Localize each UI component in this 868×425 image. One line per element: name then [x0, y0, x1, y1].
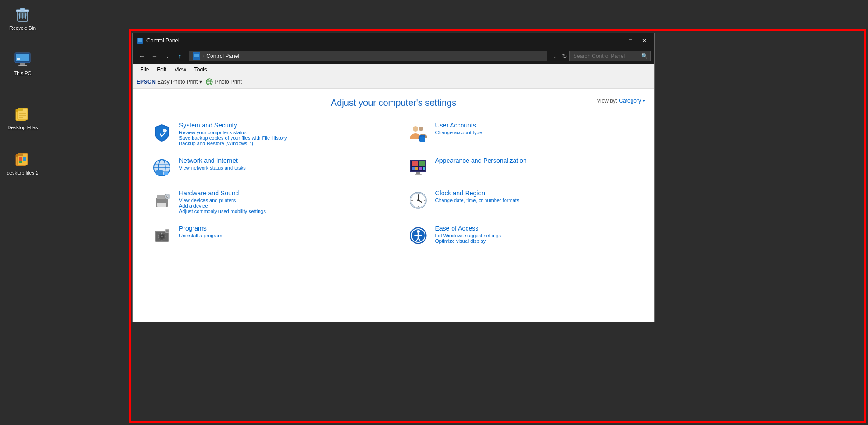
recycle-bin-label: Recycle Bin [9, 25, 36, 31]
svg-rect-2 [20, 8, 25, 10]
hardware-sound-content: Hardware and Sound View devices and prin… [179, 189, 380, 214]
this-pc-icon [14, 51, 32, 69]
menu-view[interactable]: View [171, 66, 190, 74]
system-security-title[interactable]: System and Security [179, 122, 380, 129]
system-security-content: System and Security Review your computer… [179, 122, 380, 146]
svg-point-81 [161, 233, 163, 235]
easy-photo-print-label: Easy Photo Print [157, 79, 198, 85]
ease-of-access-link-0[interactable]: Let Windows suggest settings [435, 233, 637, 238]
network-internet-title[interactable]: Network and Internet [179, 157, 380, 164]
desktop-icon-desktop-files-2[interactable]: desktop files 2 [5, 148, 41, 177]
category-user-accounts: User Accounts Change account type [407, 122, 637, 146]
close-button[interactable]: ✕ [638, 36, 651, 45]
network-internet-content: Network and Internet View network status… [179, 157, 380, 170]
search-input[interactable] [573, 53, 641, 59]
svg-rect-28 [138, 38, 142, 42]
ease-of-access-icon [407, 225, 429, 246]
svg-rect-26 [23, 161, 26, 163]
address-text: Control Panel [206, 53, 239, 59]
recent-pages-button[interactable]: ⌄ [162, 51, 173, 61]
user-accounts-title[interactable]: User Accounts [435, 122, 637, 129]
page-title: Adjust your computer's settings [151, 98, 636, 108]
globe-icon [206, 78, 213, 85]
system-security-link-0[interactable]: Review your computer's status [179, 130, 380, 135]
svg-rect-55 [419, 167, 422, 170]
svg-rect-48 [164, 172, 168, 175]
ease-of-access-link-1[interactable]: Optimize visual display [435, 238, 637, 244]
ease-of-access-content: Ease of Access Let Windows suggest setti… [435, 225, 637, 244]
navigation-bar: ← → ⌄ ↑ › Control Panel ⌄ ↻ 🔍 [133, 48, 654, 64]
address-bar[interactable]: › Control Panel [189, 51, 547, 61]
hardware-sound-icon [151, 189, 173, 211]
maximize-button[interactable]: □ [624, 36, 637, 45]
svg-rect-23 [19, 157, 22, 161]
svg-rect-15 [18, 108, 23, 111]
svg-rect-54 [415, 167, 418, 170]
user-accounts-content: User Accounts Change account type [435, 122, 637, 135]
this-pc-label: This PC [14, 71, 31, 76]
svg-rect-52 [419, 161, 425, 166]
svg-rect-58 [415, 174, 422, 175]
programs-link-0[interactable]: Uninstall a program [179, 233, 380, 238]
address-chevron: › [203, 54, 204, 59]
hardware-sound-title[interactable]: Hardware and Sound [179, 189, 380, 197]
desktop-icon-recycle-bin[interactable]: Recycle Bin [5, 4, 41, 33]
clock-region-title[interactable]: Clock and Region [435, 189, 637, 197]
clock-region-content: Clock and Region Change date, time, or n… [435, 189, 637, 203]
svg-rect-62 [158, 204, 165, 204]
hardware-sound-link-1[interactable]: Add a device [179, 203, 380, 208]
category-programs: Programs Uninstall a program [151, 225, 380, 246]
minimize-button[interactable]: ─ [611, 36, 623, 45]
epson-label: EPSON [137, 79, 156, 85]
menu-tools[interactable]: Tools [191, 66, 211, 74]
desktop-files-2-label: desktop files 2 [7, 170, 38, 175]
control-panel-window: Control Panel ─ □ ✕ ← → ⌄ ↑ › Control Pa… [132, 33, 655, 322]
forward-button[interactable]: → [149, 51, 160, 61]
window-icon [137, 37, 144, 44]
search-icon: 🔍 [641, 53, 648, 59]
easy-photo-print-button[interactable]: Easy Photo Print ▾ [157, 79, 202, 85]
programs-title[interactable]: Programs [179, 225, 380, 232]
appearance-title[interactable]: Appearance and Personalization [435, 157, 637, 164]
category-system-security: System and Security Review your computer… [151, 122, 380, 146]
appearance-content: Appearance and Personalization [435, 157, 637, 165]
search-box[interactable]: 🔍 [569, 51, 651, 61]
menu-edit[interactable]: Edit [153, 66, 170, 74]
system-security-icon [151, 122, 173, 143]
programs-icon [151, 225, 173, 246]
svg-rect-25 [19, 161, 22, 163]
refresh-button[interactable]: ↻ [562, 52, 567, 60]
title-bar: Control Panel ─ □ ✕ [133, 33, 654, 48]
clock-region-icon [407, 189, 429, 211]
view-by-value[interactable]: Category [619, 98, 641, 104]
system-security-link-1[interactable]: Save backup copies of your files with Fi… [179, 135, 380, 141]
hardware-sound-link-2[interactable]: Adjust commonly used mobility settings [179, 208, 380, 214]
hardware-sound-link-0[interactable]: View devices and printers [179, 198, 380, 203]
desktop-icon-this-pc[interactable]: This PC [5, 49, 41, 78]
ease-of-access-title[interactable]: Ease of Access [435, 225, 637, 232]
back-button[interactable]: ← [137, 51, 147, 61]
system-security-link-2[interactable]: Backup and Restore (Windows 7) [179, 141, 380, 146]
user-accounts-link-0[interactable]: Change account type [435, 130, 637, 135]
view-by-arrow: ▾ [643, 99, 645, 103]
svg-point-66 [167, 196, 168, 197]
user-accounts-icon [407, 122, 429, 143]
svg-rect-29 [138, 42, 142, 42]
view-by-control: View by: Category ▾ [597, 98, 645, 104]
photo-print-item[interactable]: Photo Print [206, 78, 241, 85]
category-ease-of-access: Ease of Access Let Windows suggest setti… [407, 225, 637, 246]
svg-rect-22 [18, 153, 23, 156]
clock-region-link-0[interactable]: Change date, time, or number formats [435, 198, 637, 203]
svg-rect-11 [17, 58, 20, 60]
desktop-icon-desktop-files[interactable]: Desktop FIles [5, 103, 41, 132]
network-internet-link-0[interactable]: View network status and tasks [179, 165, 380, 170]
address-dropdown-button[interactable]: ⌄ [551, 54, 558, 59]
up-button[interactable]: ↑ [175, 51, 185, 61]
svg-rect-56 [423, 167, 425, 170]
svg-rect-24 [23, 157, 26, 161]
appearance-icon [407, 157, 429, 179]
svg-point-84 [167, 231, 168, 231]
svg-rect-8 [16, 54, 29, 61]
menu-file[interactable]: File [137, 66, 152, 74]
window-controls: ─ □ ✕ [611, 36, 651, 45]
